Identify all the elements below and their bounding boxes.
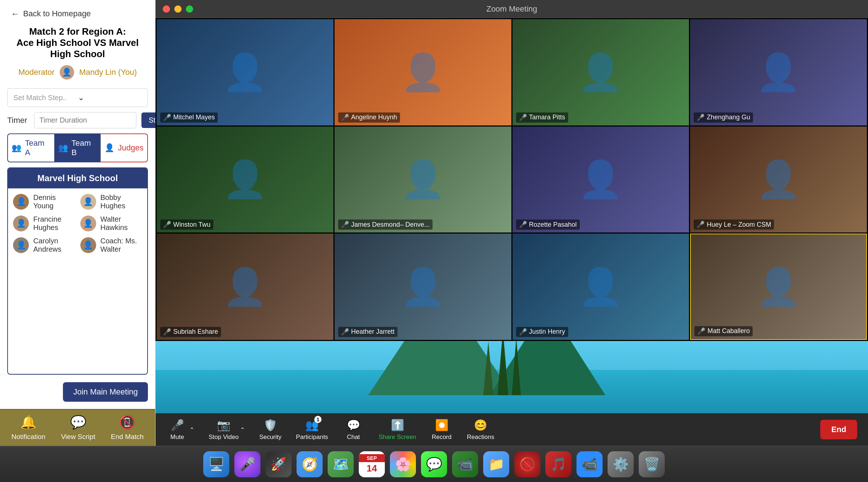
view-script-icon: 💬 <box>70 415 86 430</box>
chat-icon: 💬 <box>347 419 360 431</box>
video-cell: 👤 🎤 Rozette Pasahol <box>512 127 689 233</box>
timer-row: Timer Start Timer <box>0 112 155 133</box>
match-line2: Ace High School VS Marvel High School <box>7 37 148 60</box>
avatar: 👤 <box>13 237 29 253</box>
mic-icon: 🎤 <box>163 328 171 336</box>
member-name: Francine Hughes <box>33 215 75 232</box>
end-match-label: End Match <box>111 433 144 441</box>
dock-photos-icon[interactable]: 🌸 <box>390 451 416 477</box>
join-row: Join Main Meeting <box>0 375 155 409</box>
list-item: 👤 Francine Hughes <box>13 215 75 232</box>
moderator-avatar: 👤 <box>60 65 74 80</box>
mic-icon: 🎤 <box>697 221 705 229</box>
dock-facetime-icon[interactable]: 📹 <box>452 451 478 477</box>
participant-name: 🎤 Winston Twu <box>160 219 213 230</box>
avatar: 👤 <box>80 194 96 210</box>
zoom-panel: Zoom Meeting 👤 🎤 Mitchel Mayes <box>156 0 868 446</box>
chevron-down-icon: ⌄ <box>78 93 142 102</box>
mic-icon: 🎤 <box>163 221 171 229</box>
team-a-icon: 👥 <box>12 143 21 153</box>
team-a-tab[interactable]: 👥 Team A <box>7 133 55 162</box>
participant-name: 🎤 Heather Jarrett <box>338 327 397 337</box>
participant-name: 🎤 Huey Le – Zoom CSM <box>694 219 774 230</box>
notification-icon: 🔔 <box>20 415 37 430</box>
record-button[interactable]: ⏺️ Record <box>431 419 452 441</box>
zoom-window-chrome: Zoom Meeting <box>156 0 868 18</box>
dock-siri-icon[interactable]: 🎤 <box>234 451 260 477</box>
left-panel: ← Back to Homepage Match 2 for Region A:… <box>0 0 156 446</box>
mic-muted-icon: 🎤 <box>341 328 349 336</box>
video-arrow-icon[interactable]: ⌃ <box>240 426 245 433</box>
video-cell: 👤 🎤 James Desmond– Denve... <box>335 127 511 233</box>
participants-button[interactable]: 👥 1 Participants <box>296 419 328 441</box>
chat-button[interactable]: 💬 Chat <box>342 419 364 441</box>
back-to-homepage[interactable]: ← Back to Homepage <box>0 0 155 22</box>
bottom-bar: 🔔 Notification 💬 View Script 📵 End Match <box>0 409 155 446</box>
notification-label: Notification <box>12 433 46 441</box>
avatar: 👤 <box>80 237 96 253</box>
camera-icon: 📷 <box>217 419 230 431</box>
dock-messages-icon[interactable]: 💬 <box>421 451 447 477</box>
mute-icon: 🎤 <box>171 419 184 431</box>
dock-trash-icon[interactable]: 🗑️ <box>639 451 665 477</box>
dock-safari-icon[interactable]: 🧭 <box>297 451 323 477</box>
dock-maps-icon[interactable]: 🗺️ <box>328 451 354 477</box>
timer-input[interactable] <box>34 112 136 128</box>
team-b-label: Team B <box>72 138 97 157</box>
team-b-tab[interactable]: 👥 Team B <box>55 133 101 162</box>
coach-name: Coach: Ms. Walter <box>101 237 142 253</box>
video-cell: 👤 🎤 Mitchel Mayes <box>157 19 333 125</box>
judges-label: Judges <box>118 143 144 153</box>
mute-button[interactable]: 🎤 Mute <box>166 419 188 441</box>
judges-tab[interactable]: 👤 Judges <box>101 133 148 162</box>
dock-files-icon[interactable]: 📁 <box>483 451 509 477</box>
dock-launchpad-icon[interactable]: 🚀 <box>265 451 292 477</box>
mic-muted-icon: 🎤 <box>697 327 705 335</box>
avatar: 👤 <box>13 216 29 231</box>
match-title: Match 2 for Region A: Ace High School VS… <box>0 22 155 61</box>
stop-video-button[interactable]: 📷 Stop Video <box>209 419 239 441</box>
maximize-button[interactable] <box>186 5 193 13</box>
join-main-meeting-button[interactable]: Join Main Meeting <box>63 382 148 402</box>
member-name: Bobby Hughes <box>101 193 142 210</box>
reactions-button[interactable]: 😊 Reactions <box>467 419 494 441</box>
participant-name: 🎤 Rozette Pasahol <box>516 219 580 230</box>
list-item: 👤 Walter Hawkins <box>80 215 142 232</box>
video-cell: 👤 🎤 Zhenghang Gu <box>690 19 867 125</box>
team-panel-header: Marvel High School <box>8 168 147 188</box>
team-a-label: Team A <box>25 138 51 157</box>
minimize-button[interactable] <box>174 5 182 13</box>
end-match-button[interactable]: 📵 End Match <box>111 415 144 441</box>
record-label: Record <box>432 434 452 441</box>
dock-zoom-icon[interactable]: 📹 <box>576 451 603 477</box>
match-step-placeholder: Set Match Step.. <box>13 94 78 102</box>
share-screen-button[interactable]: ⬆️ Share Screen <box>379 419 416 441</box>
zoom-window-title: Zoom Meeting <box>486 4 537 14</box>
share-screen-label: Share Screen <box>379 434 416 441</box>
video-cell: 👤 🎤 Winston Twu <box>157 127 333 233</box>
view-script-button[interactable]: 💬 View Script <box>61 415 95 441</box>
dock-music-icon[interactable]: 🎵 <box>545 451 571 477</box>
participant-name: 🎤 Subriah Eshare <box>160 327 221 337</box>
dock-system-preferences-icon[interactable]: ⚙️ <box>608 451 634 477</box>
match-line1: Match 2 for Region A: <box>7 26 148 37</box>
participant-name: 🎤 James Desmond– Denve... <box>338 219 433 230</box>
dock-calendar-icon[interactable]: SEP 14 <box>359 451 385 477</box>
participants-count: 1 <box>314 416 322 423</box>
mute-arrow-icon[interactable]: ⌃ <box>190 426 194 433</box>
mute-control: 🎤 Mute ⌃ <box>166 419 194 441</box>
dock-finder-icon[interactable]: 🖥️ <box>203 451 229 477</box>
notification-button[interactable]: 🔔 Notification <box>12 415 46 441</box>
end-button[interactable]: End <box>820 420 857 439</box>
match-step-dropdown[interactable]: Set Match Step.. ⌄ <box>7 88 148 107</box>
participant-name: 🎤 Justin Henry <box>516 327 568 337</box>
team-panel: Marvel High School 👤 Dennis Young 👤 Bobb… <box>7 167 148 375</box>
security-button[interactable]: 🛡️ Security <box>259 419 281 441</box>
dock-nopermission-icon[interactable]: 🚫 <box>514 451 540 477</box>
close-button[interactable] <box>163 5 170 13</box>
mic-icon: 🎤 <box>519 114 527 121</box>
stop-video-label: Stop Video <box>209 434 239 441</box>
mute-label: Mute <box>170 434 184 441</box>
timer-label: Timer <box>7 116 29 125</box>
mic-muted-icon: 🎤 <box>697 114 705 121</box>
